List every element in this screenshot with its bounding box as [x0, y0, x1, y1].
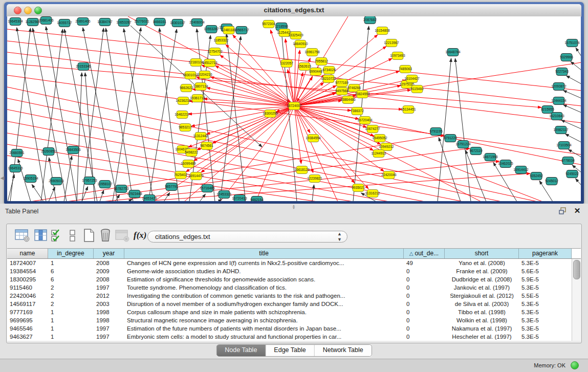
graph-node[interactable]: 16154808: [375, 27, 390, 35]
new-document-icon[interactable]: [82, 228, 96, 243]
graph-node[interactable]: 5498222: [185, 149, 198, 157]
graph-node[interactable]: 12093872: [551, 83, 567, 91]
table-vertical-scrollbar[interactable]: [572, 259, 581, 341]
graph-node[interactable]: 12453321: [216, 191, 232, 199]
table-row[interactable]: 1830029562008Estimation of significance …: [7, 275, 572, 283]
table-row[interactable]: 1938455462009Genome-wide association stu…: [7, 267, 572, 275]
graph-node[interactable]: 2087682: [363, 16, 377, 24]
graph-node[interactable]: 10553287: [204, 26, 219, 33]
column-header-in_degree[interactable]: in_degree: [48, 249, 94, 258]
table-cell[interactable]: Structural magnetic resonance image aver…: [124, 316, 404, 324]
graph-node[interactable]: 7386372: [351, 107, 364, 115]
graph-node[interactable]: 9227343: [555, 68, 569, 76]
close-panel-icon[interactable]: ✕: [573, 207, 582, 215]
graph-edge[interactable]: [563, 105, 581, 113]
table-cell[interactable]: 0: [404, 324, 445, 333]
table-cell[interactable]: 1997: [94, 333, 124, 341]
graph-node[interactable]: 10204216: [197, 71, 212, 79]
table-cell[interactable]: 19384554: [7, 267, 48, 275]
table-cell[interactable]: 9465546: [7, 324, 48, 333]
graph-node[interactable]: 17103504: [556, 142, 572, 149]
function-builder-icon[interactable]: f(x): [134, 230, 146, 245]
table-cell[interactable]: 9699695: [7, 316, 48, 324]
graph-node[interactable]: 9245022: [565, 170, 579, 178]
graph-node[interactable]: 6990448: [309, 68, 322, 76]
table-cell[interactable]: 0: [404, 333, 445, 341]
graph-node[interactable]: 12239821: [307, 175, 322, 183]
column-chooser-icon[interactable]: [34, 228, 48, 243]
graph-node[interactable]: 20891406: [75, 18, 91, 26]
column-header-out_de[interactable]: △out_de...: [404, 249, 445, 258]
graph-edge[interactable]: [294, 106, 481, 201]
table-cell[interactable]: Disruption of a novel member of a sodium…: [124, 300, 404, 308]
table-cell[interactable]: 5.3E-5: [519, 259, 572, 267]
table-cell[interactable]: Jankovic et al. (1997): [445, 283, 519, 292]
graph-node[interactable]: 9462154: [250, 196, 264, 202]
graph-edge[interactable]: [64, 156, 72, 201]
graph-node[interactable]: 19645316: [8, 165, 23, 172]
table-cell[interactable]: Dudbridge et al. (2008): [445, 275, 519, 283]
graph-node[interactable]: 8215955: [541, 106, 554, 114]
table-cell[interactable]: 9463627: [7, 333, 48, 341]
graph-node[interactable]: 9329966: [560, 54, 573, 61]
table-cell[interactable]: 0: [404, 316, 445, 324]
table-cell[interactable]: Nakamura et al. (1997): [445, 324, 519, 333]
graph-node[interactable]: 14236213: [176, 97, 191, 105]
graph-node[interactable]: 23824554: [355, 91, 370, 98]
table-cell[interactable]: 2008: [94, 275, 124, 283]
graph-edge[interactable]: [576, 179, 581, 185]
graph-node[interactable]: 1322057: [280, 60, 293, 68]
graph-node[interactable]: 25905013: [49, 178, 64, 185]
table-cell[interactable]: 1997: [94, 283, 124, 292]
graph-edge[interactable]: [7, 41, 581, 106]
graph-node[interactable]: 19361713: [190, 95, 205, 102]
graph-node[interactable]: 25260850: [41, 148, 56, 156]
graph-node[interactable]: 16791224: [455, 141, 471, 148]
float-panel-icon[interactable]: [558, 207, 568, 215]
graph-node[interactable]: 14512712: [202, 59, 217, 67]
graph-edge[interactable]: [32, 184, 43, 201]
graph-node[interactable]: 18724007: [287, 102, 302, 110]
graph-node[interactable]: 16782753: [114, 185, 129, 193]
table-settings-icon[interactable]: [15, 228, 30, 243]
graph-node[interactable]: 16210643: [549, 113, 564, 120]
graph-node[interactable]: 18300295: [263, 110, 278, 118]
graph-node[interactable]: 8791220: [444, 135, 457, 142]
graph-node[interactable]: 12754702: [207, 48, 223, 56]
graph-edge[interactable]: [576, 48, 581, 56]
graph-node[interactable]: 17957253: [82, 177, 97, 185]
graph-node[interactable]: 11312442: [193, 133, 208, 140]
graph-edge[interactable]: [256, 106, 294, 201]
table-cell[interactable]: de Silva et al. (2003): [445, 300, 519, 308]
graph-node[interactable]: 11853322: [214, 37, 229, 45]
table-cell[interactable]: 5.5E-5: [519, 292, 572, 300]
graph-node[interactable]: 10674277: [365, 125, 380, 133]
graph-edge[interactable]: [294, 106, 402, 110]
table-cell[interactable]: 2012: [94, 292, 124, 300]
select-all-icon[interactable]: [51, 228, 64, 243]
table-cell[interactable]: Stergiakouli et al. (2012): [445, 292, 519, 300]
graph-node[interactable]: 13325419: [288, 32, 303, 39]
graph-node[interactable]: 16914412: [513, 166, 529, 174]
graph-node[interactable]: 16210722: [321, 75, 336, 83]
graph-node[interactable]: 15982117: [554, 126, 569, 134]
graph-edge[interactable]: [106, 28, 133, 201]
graph-node[interactable]: 9874561: [200, 142, 213, 150]
graph-node[interactable]: 18640910: [293, 40, 308, 48]
graph-node[interactable]: 20681406: [38, 17, 54, 25]
table-cell[interactable]: 9777169: [7, 308, 48, 316]
table-cell[interactable]: Hescheler et al. (1997): [445, 333, 519, 341]
graph-edge[interactable]: [128, 199, 133, 201]
table-cell[interactable]: 6: [48, 275, 94, 283]
table-cell[interactable]: 2: [48, 300, 94, 308]
graph-node[interactable]: 12923448: [127, 190, 142, 198]
graph-edge[interactable]: [563, 91, 581, 98]
table-row[interactable]: 1456911722003Disruption of a novel membe…: [7, 300, 572, 308]
graph-node[interactable]: 9857791: [165, 183, 178, 191]
table-cell[interactable]: 5.9E-5: [519, 275, 572, 283]
table-cell[interactable]: 5.6E-5: [519, 267, 572, 275]
table-cell[interactable]: Wolkin et al. (1998): [445, 316, 519, 324]
table-cell[interactable]: 2: [48, 292, 94, 300]
window-titlebar[interactable]: citations_edges.txt: [7, 4, 581, 17]
table-row[interactable]: 1872400712008Changes of HCN gene express…: [7, 259, 572, 267]
